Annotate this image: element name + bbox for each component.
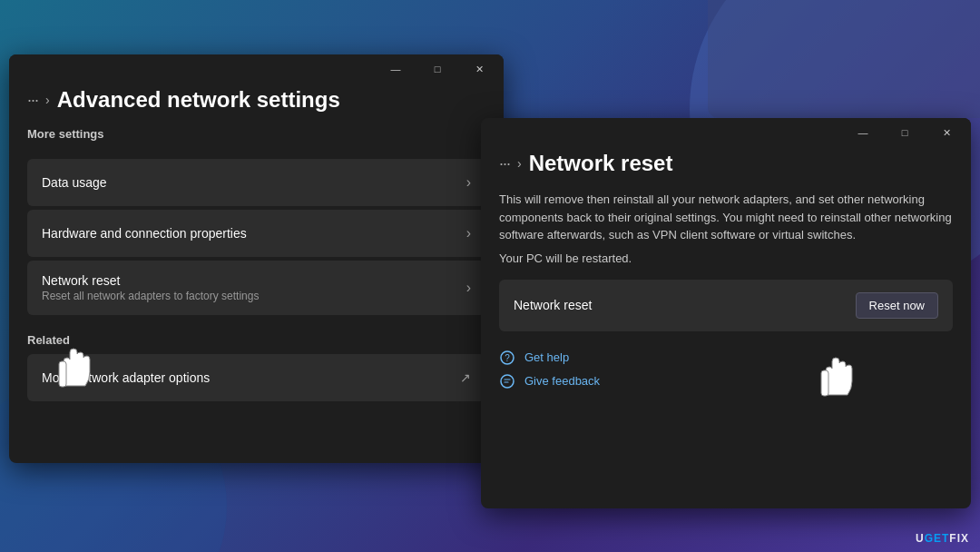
svg-text:?: ?	[505, 353, 510, 363]
right-close-button[interactable]: ✕	[926, 118, 967, 147]
watermark: UGETFIX	[916, 532, 969, 545]
give-feedback-link[interactable]: Give feedback	[499, 373, 953, 389]
data-usage-item[interactable]: Data usage ›	[27, 159, 485, 206]
restart-note: Your PC will be restarted.	[481, 251, 971, 265]
right-maximize-button[interactable]: □	[884, 118, 926, 147]
more-adapter-options-item[interactable]: More network adapter options ↗	[27, 354, 485, 401]
related-label: Related	[27, 333, 485, 347]
right-nav-chevron-icon: ›	[517, 156, 522, 171]
hardware-connection-label: Hardware and connection properties	[42, 226, 247, 241]
network-reset-label-left: Network reset	[42, 273, 259, 288]
network-reset-item-left[interactable]: Network reset Reset all network adapters…	[27, 261, 485, 315]
network-reset-row: Network reset Reset now	[499, 280, 953, 331]
right-title-bar: — □ ✕	[481, 118, 971, 147]
watermark-fix: FIX	[949, 532, 969, 545]
help-section: ? Get help Give feedback	[481, 350, 971, 389]
left-window-content: More settings Data usage › Hardware and …	[9, 127, 504, 423]
svg-point-2	[501, 375, 514, 388]
left-nav-chevron-icon: ›	[45, 93, 50, 107]
reset-now-button[interactable]: Reset now	[856, 292, 938, 319]
left-close-button[interactable]: ✕	[458, 54, 500, 84]
left-nav-dots[interactable]: ···	[27, 91, 38, 110]
left-maximize-button[interactable]: □	[416, 54, 458, 84]
watermark-get: GET	[925, 532, 950, 545]
right-window-header: ··· › Network reset	[481, 147, 971, 191]
left-window-title: Advanced network settings	[57, 87, 340, 113]
get-help-link[interactable]: ? Get help	[499, 350, 953, 366]
network-reset-row-label: Network reset	[514, 298, 592, 312]
right-minimize-button[interactable]: —	[842, 118, 884, 147]
data-usage-chevron-icon: ›	[466, 174, 471, 191]
network-reset-chevron-icon: ›	[466, 280, 471, 296]
get-help-icon: ?	[499, 350, 515, 366]
more-settings-label: More settings	[27, 127, 485, 141]
left-title-bar: — □ ✕	[9, 54, 504, 84]
more-adapter-label: More network adapter options	[42, 370, 210, 385]
right-nav-dots[interactable]: ···	[499, 154, 510, 173]
network-reset-sublabel: Reset all network adapters to factory se…	[42, 290, 259, 302]
network-reset-description: This will remove then reinstall all your…	[481, 191, 971, 244]
right-window-title: Network reset	[529, 151, 673, 176]
give-feedback-icon	[499, 373, 515, 389]
external-link-icon: ↗	[460, 370, 471, 385]
hardware-chevron-icon: ›	[466, 225, 471, 242]
left-minimize-button[interactable]: —	[375, 54, 416, 84]
hardware-connection-item[interactable]: Hardware and connection properties ›	[27, 210, 485, 257]
left-window-header: ··· › Advanced network settings	[9, 84, 504, 127]
right-window: — □ ✕ ··· › Network reset This will remo…	[481, 118, 971, 508]
get-help-label: Get help	[524, 350, 569, 364]
left-window: — □ ✕ ··· › Advanced network settings Mo…	[9, 54, 504, 463]
give-feedback-label: Give feedback	[524, 374, 600, 388]
watermark-u: U	[916, 532, 925, 545]
data-usage-label: Data usage	[42, 175, 107, 190]
